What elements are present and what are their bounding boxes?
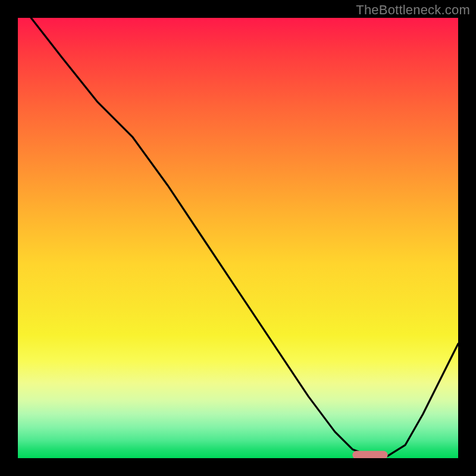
optimal-marker [18,18,458,458]
chart-frame [0,0,476,476]
plot-area [18,18,458,458]
bottleneck-curve [18,18,458,458]
svg-rect-0 [352,451,387,458]
watermark-text: TheBottleneck.com [356,2,470,18]
